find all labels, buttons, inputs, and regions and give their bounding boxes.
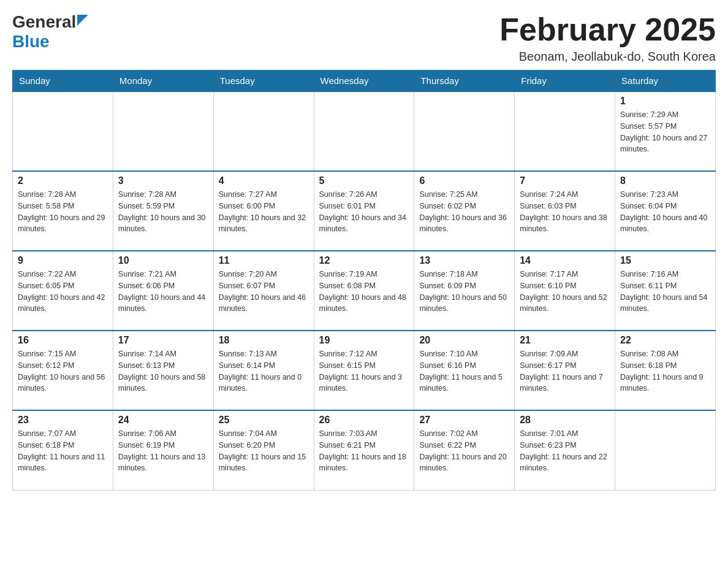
day-info: Sunrise: 7:19 AM Sunset: 6:08 PM Dayligh… [319,269,409,315]
logo-arrow-icon [77,15,88,28]
day-info: Sunrise: 7:14 AM Sunset: 6:13 PM Dayligh… [118,348,208,394]
table-row [113,91,213,171]
table-row: 27Sunrise: 7:02 AM Sunset: 6:22 PM Dayli… [414,410,515,490]
day-info: Sunrise: 7:01 AM Sunset: 6:23 PM Dayligh… [520,428,610,474]
table-row: 26Sunrise: 7:03 AM Sunset: 6:21 PM Dayli… [314,410,414,490]
table-row: 3Sunrise: 7:28 AM Sunset: 5:59 PM Daylig… [113,171,213,251]
month-title: February 2025 [499,12,716,47]
day-number: 1 [620,96,710,107]
table-row: 16Sunrise: 7:15 AM Sunset: 6:12 PM Dayli… [13,331,113,410]
day-info: Sunrise: 7:18 AM Sunset: 6:09 PM Dayligh… [419,269,509,315]
day-number: 21 [520,335,610,346]
day-info: Sunrise: 7:03 AM Sunset: 6:21 PM Dayligh… [319,428,409,474]
day-info: Sunrise: 7:02 AM Sunset: 6:22 PM Dayligh… [419,428,509,474]
calendar-week-row: 16Sunrise: 7:15 AM Sunset: 6:12 PM Dayli… [13,331,716,410]
day-number: 12 [319,255,409,266]
day-number: 17 [118,335,208,346]
day-number: 6 [419,175,509,186]
table-row: 22Sunrise: 7:08 AM Sunset: 6:18 PM Dayli… [615,331,716,410]
day-info: Sunrise: 7:12 AM Sunset: 6:15 PM Dayligh… [319,348,409,394]
day-number: 23 [18,415,108,426]
table-row: 14Sunrise: 7:17 AM Sunset: 6:10 PM Dayli… [515,251,615,331]
day-info: Sunrise: 7:20 AM Sunset: 6:07 PM Dayligh… [219,269,309,315]
page-header: General Blue February 2025 Beonam, Jeoll… [12,12,716,64]
calendar-week-row: 23Sunrise: 7:07 AM Sunset: 6:18 PM Dayli… [13,410,716,490]
calendar-week-row: 2Sunrise: 7:28 AM Sunset: 5:58 PM Daylig… [13,171,716,251]
day-info: Sunrise: 7:17 AM Sunset: 6:10 PM Dayligh… [520,269,610,315]
table-row: 21Sunrise: 7:09 AM Sunset: 6:17 PM Dayli… [515,331,615,410]
day-number: 7 [520,175,610,186]
table-row: 25Sunrise: 7:04 AM Sunset: 6:20 PM Dayli… [213,410,314,490]
day-info: Sunrise: 7:29 AM Sunset: 5:57 PM Dayligh… [620,109,710,155]
table-row: 13Sunrise: 7:18 AM Sunset: 6:09 PM Dayli… [414,251,515,331]
day-number: 13 [419,255,509,266]
calendar-table: Sunday Monday Tuesday Wednesday Thursday… [12,70,716,491]
day-number: 24 [118,415,208,426]
day-number: 10 [118,255,208,266]
header-monday: Monday [113,71,213,92]
day-info: Sunrise: 7:10 AM Sunset: 6:16 PM Dayligh… [419,348,509,394]
day-info: Sunrise: 7:28 AM Sunset: 5:59 PM Dayligh… [118,189,208,235]
table-row: 15Sunrise: 7:16 AM Sunset: 6:11 PM Dayli… [615,251,716,331]
table-row: 18Sunrise: 7:13 AM Sunset: 6:14 PM Dayli… [213,331,314,410]
day-info: Sunrise: 7:24 AM Sunset: 6:03 PM Dayligh… [520,189,610,235]
table-row: 17Sunrise: 7:14 AM Sunset: 6:13 PM Dayli… [113,331,213,410]
day-number: 25 [219,415,309,426]
table-row [314,91,414,171]
day-info: Sunrise: 7:09 AM Sunset: 6:17 PM Dayligh… [520,348,610,394]
table-row: 10Sunrise: 7:21 AM Sunset: 6:06 PM Dayli… [113,251,213,331]
table-row: 5Sunrise: 7:26 AM Sunset: 6:01 PM Daylig… [314,171,414,251]
day-number: 26 [319,415,409,426]
table-row: 11Sunrise: 7:20 AM Sunset: 6:07 PM Dayli… [213,251,314,331]
day-info: Sunrise: 7:13 AM Sunset: 6:14 PM Dayligh… [219,348,309,394]
day-info: Sunrise: 7:16 AM Sunset: 6:11 PM Dayligh… [620,269,710,315]
day-info: Sunrise: 7:04 AM Sunset: 6:20 PM Dayligh… [219,428,309,474]
day-number: 19 [319,335,409,346]
logo-blue-text: Blue [12,32,50,51]
day-number: 3 [118,175,208,186]
day-info: Sunrise: 7:22 AM Sunset: 6:05 PM Dayligh… [18,269,108,315]
table-row [414,91,515,171]
table-row [213,91,314,171]
table-row: 2Sunrise: 7:28 AM Sunset: 5:58 PM Daylig… [13,171,113,251]
header-saturday: Saturday [615,71,716,92]
day-number: 16 [18,335,108,346]
svg-marker-0 [77,15,88,26]
day-info: Sunrise: 7:08 AM Sunset: 6:18 PM Dayligh… [620,348,710,394]
header-friday: Friday [515,71,615,92]
table-row [13,91,113,171]
title-section: February 2025 Beonam, Jeollabuk-do, Sout… [499,12,716,64]
table-row: 19Sunrise: 7:12 AM Sunset: 6:15 PM Dayli… [314,331,414,410]
header-wednesday: Wednesday [314,71,414,92]
table-row: 28Sunrise: 7:01 AM Sunset: 6:23 PM Dayli… [515,410,615,490]
day-info: Sunrise: 7:27 AM Sunset: 6:00 PM Dayligh… [219,189,309,235]
day-number: 9 [18,255,108,266]
table-row: 20Sunrise: 7:10 AM Sunset: 6:16 PM Dayli… [414,331,515,410]
day-info: Sunrise: 7:28 AM Sunset: 5:58 PM Dayligh… [18,189,108,235]
table-row [615,410,716,490]
logo: General Blue [12,12,88,52]
calendar-week-row: 9Sunrise: 7:22 AM Sunset: 6:05 PM Daylig… [13,251,716,331]
logo-general-text: General [12,12,76,32]
table-row: 23Sunrise: 7:07 AM Sunset: 6:18 PM Dayli… [13,410,113,490]
table-row: 6Sunrise: 7:25 AM Sunset: 6:02 PM Daylig… [414,171,515,251]
table-row [515,91,615,171]
day-number: 11 [219,255,309,266]
table-row: 4Sunrise: 7:27 AM Sunset: 6:00 PM Daylig… [213,171,314,251]
table-row: 8Sunrise: 7:23 AM Sunset: 6:04 PM Daylig… [615,171,716,251]
header-tuesday: Tuesday [213,71,314,92]
day-number: 2 [18,175,108,186]
day-number: 5 [319,175,409,186]
day-info: Sunrise: 7:07 AM Sunset: 6:18 PM Dayligh… [18,428,108,474]
table-row: 12Sunrise: 7:19 AM Sunset: 6:08 PM Dayli… [314,251,414,331]
day-info: Sunrise: 7:26 AM Sunset: 6:01 PM Dayligh… [319,189,409,235]
day-number: 15 [620,255,710,266]
day-number: 4 [219,175,309,186]
header-thursday: Thursday [414,71,515,92]
day-number: 27 [419,415,509,426]
day-info: Sunrise: 7:06 AM Sunset: 6:19 PM Dayligh… [118,428,208,474]
day-info: Sunrise: 7:25 AM Sunset: 6:02 PM Dayligh… [419,189,509,235]
location-title: Beonam, Jeollabuk-do, South Korea [499,50,716,64]
header-sunday: Sunday [13,71,113,92]
day-number: 28 [520,415,610,426]
